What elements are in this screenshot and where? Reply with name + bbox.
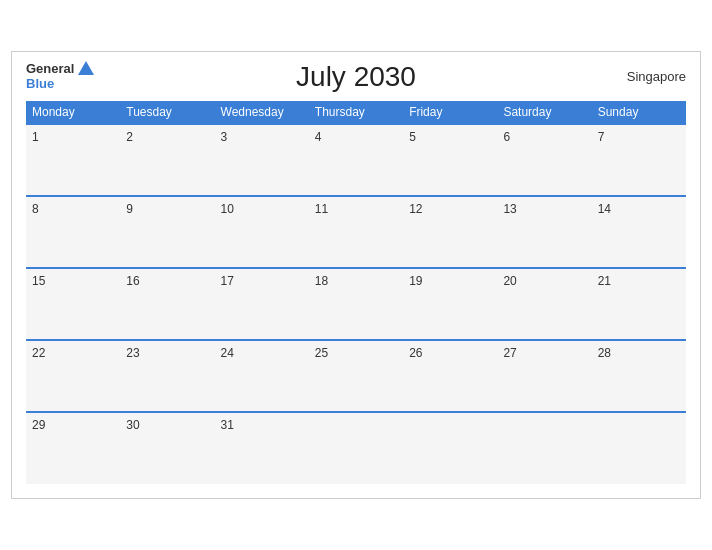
calendar-cell: 20 — [497, 268, 591, 340]
day-number: 16 — [126, 274, 139, 288]
day-number: 9 — [126, 202, 133, 216]
calendar-week-2: 891011121314 — [26, 196, 686, 268]
day-number: 4 — [315, 130, 322, 144]
calendar-cell: 31 — [215, 412, 309, 484]
calendar-week-3: 15161718192021 — [26, 268, 686, 340]
calendar-cell: 25 — [309, 340, 403, 412]
calendar-cell: 15 — [26, 268, 120, 340]
day-number: 31 — [221, 418, 234, 432]
calendar-cell: 16 — [120, 268, 214, 340]
calendar-week-5: 293031 — [26, 412, 686, 484]
calendar-header-row: MondayTuesdayWednesdayThursdayFridaySatu… — [26, 101, 686, 124]
day-number: 7 — [598, 130, 605, 144]
calendar-cell: 6 — [497, 124, 591, 196]
col-header-saturday: Saturday — [497, 101, 591, 124]
day-number: 21 — [598, 274, 611, 288]
calendar-title: July 2030 — [296, 61, 416, 93]
day-number: 10 — [221, 202, 234, 216]
calendar-header: General Blue July 2030 Singapore — [26, 62, 686, 91]
calendar-week-4: 22232425262728 — [26, 340, 686, 412]
day-number: 5 — [409, 130, 416, 144]
calendar-cell: 3 — [215, 124, 309, 196]
col-header-sunday: Sunday — [592, 101, 686, 124]
calendar-cell: 13 — [497, 196, 591, 268]
calendar-cell: 7 — [592, 124, 686, 196]
day-number: 18 — [315, 274, 328, 288]
day-number: 23 — [126, 346, 139, 360]
calendar-cell: 24 — [215, 340, 309, 412]
day-number: 15 — [32, 274, 45, 288]
day-number: 29 — [32, 418, 45, 432]
day-number: 11 — [315, 202, 328, 216]
col-header-wednesday: Wednesday — [215, 101, 309, 124]
calendar-cell: 9 — [120, 196, 214, 268]
col-header-thursday: Thursday — [309, 101, 403, 124]
calendar-cell: 30 — [120, 412, 214, 484]
calendar-cell: 5 — [403, 124, 497, 196]
day-number: 13 — [503, 202, 516, 216]
calendar-cell: 29 — [26, 412, 120, 484]
calendar-cell — [497, 412, 591, 484]
calendar-cell: 18 — [309, 268, 403, 340]
calendar-cell — [309, 412, 403, 484]
calendar-region: Singapore — [627, 69, 686, 84]
day-number: 1 — [32, 130, 39, 144]
calendar-cell — [592, 412, 686, 484]
day-number: 30 — [126, 418, 139, 432]
day-number: 24 — [221, 346, 234, 360]
calendar-cell: 21 — [592, 268, 686, 340]
calendar-cell: 23 — [120, 340, 214, 412]
calendar-body: 1234567891011121314151617181920212223242… — [26, 124, 686, 484]
brand-logo-area: General Blue — [26, 62, 94, 91]
day-number: 14 — [598, 202, 611, 216]
calendar-cell: 2 — [120, 124, 214, 196]
col-header-monday: Monday — [26, 101, 120, 124]
calendar-cell: 14 — [592, 196, 686, 268]
calendar-cell: 12 — [403, 196, 497, 268]
calendar-cell: 26 — [403, 340, 497, 412]
calendar-cell: 10 — [215, 196, 309, 268]
day-number: 19 — [409, 274, 422, 288]
calendar-cell: 28 — [592, 340, 686, 412]
calendar-container: General Blue July 2030 Singapore MondayT… — [11, 51, 701, 499]
calendar-week-1: 1234567 — [26, 124, 686, 196]
calendar-cell: 4 — [309, 124, 403, 196]
day-number: 2 — [126, 130, 133, 144]
brand-general-text: General — [26, 62, 74, 76]
day-number: 17 — [221, 274, 234, 288]
brand-triangle-icon — [78, 61, 94, 75]
brand-blue-text: Blue — [26, 77, 54, 91]
calendar-cell — [403, 412, 497, 484]
day-number: 25 — [315, 346, 328, 360]
day-number: 27 — [503, 346, 516, 360]
day-number: 8 — [32, 202, 39, 216]
calendar-cell: 22 — [26, 340, 120, 412]
calendar-cell: 8 — [26, 196, 120, 268]
day-number: 28 — [598, 346, 611, 360]
calendar-cell: 19 — [403, 268, 497, 340]
col-header-friday: Friday — [403, 101, 497, 124]
calendar-cell: 17 — [215, 268, 309, 340]
day-number: 22 — [32, 346, 45, 360]
day-number: 6 — [503, 130, 510, 144]
day-number: 3 — [221, 130, 228, 144]
calendar-cell: 11 — [309, 196, 403, 268]
day-number: 20 — [503, 274, 516, 288]
calendar-grid: MondayTuesdayWednesdayThursdayFridaySatu… — [26, 101, 686, 484]
col-header-tuesday: Tuesday — [120, 101, 214, 124]
day-number: 12 — [409, 202, 422, 216]
calendar-cell: 27 — [497, 340, 591, 412]
calendar-cell: 1 — [26, 124, 120, 196]
day-number: 26 — [409, 346, 422, 360]
